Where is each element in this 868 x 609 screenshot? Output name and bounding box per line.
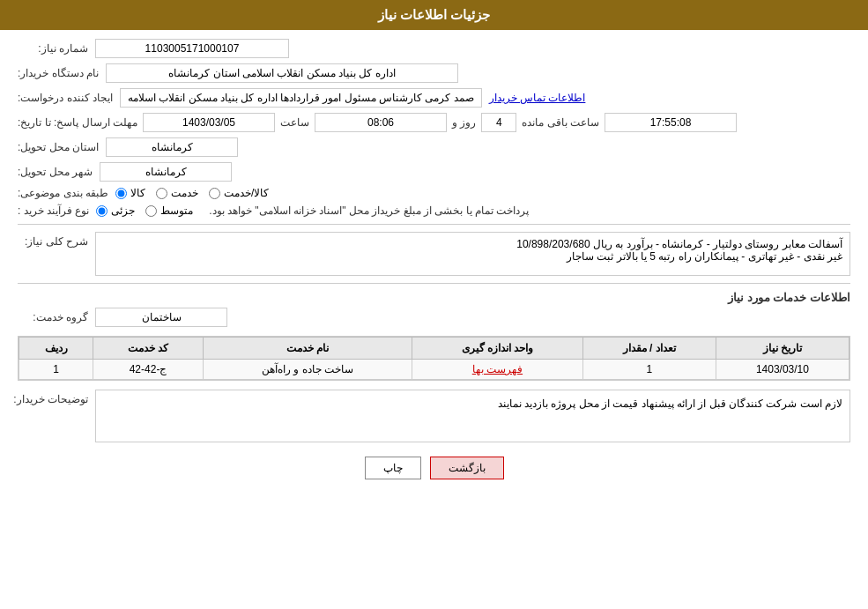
shahr-value: کرمانشاه [100,162,232,182]
category-khedmat[interactable]: خدمت [156,187,198,199]
cell-count: 1 [582,360,716,380]
shomara-niaz-label: شماره نیاز: [18,42,88,55]
cell-unit[interactable]: فهرست بها [412,360,583,380]
process-radio-group: متوسط جزئی [96,204,193,217]
col-name: نام خدمت [203,338,412,360]
remaining-label: ساعت باقی مانده [522,116,599,129]
nam-dastgah-row: اداره کل بنیاد مسکن انقلاب اسلامی استان … [18,63,850,83]
sharh-row: آسفالت معابر روستای دولتیار - کرمانشاه -… [18,232,850,276]
time-value: 08:06 [315,113,447,132]
category-kala-khedmat[interactable]: کالا/خدمت [209,187,269,199]
category-kala[interactable]: کالا [115,187,145,199]
process-jozvi[interactable]: جزئی [96,204,135,217]
col-count: تعداد / مقدار [582,338,716,360]
col-radif: ردیف [19,338,93,360]
farayand-row: پرداخت تمام یا بخشی از مبلغ خریداز محل "… [18,204,850,217]
ostan-value: کرمانشاه [106,137,238,157]
description-label: توضیحات خریدار: [18,393,88,405]
mohlat-label: مهلت ارسال پاسخ: تا تاریخ: [18,116,137,129]
process-jozvi-radio[interactable] [96,205,108,217]
cell-date: 1403/03/10 [716,360,849,380]
category-kala-label: کالا [130,187,145,199]
cell-radif: 1 [19,360,93,380]
remaining-value: 17:55:08 [605,113,737,132]
ijad-konande-value: صمد کرمی کارشناس مسئول امور قراردادها اد… [120,88,482,108]
description-value: لازم است شرکت کنندگان قبل از ارائه پیشنه… [95,390,850,442]
mohlat-row: 17:55:08 ساعت باقی مانده 4 روز و 08:06 س… [18,113,850,132]
services-title: اطلاعات خدمات مورد نیاز [18,291,850,304]
ostan-label: استان محل تحویل: [18,141,99,153]
process-jozvi-label: جزئی [111,204,135,217]
group-label: گروه خدمت: [18,311,88,323]
contact-link[interactable]: اطلاعات تماس خریدار [489,92,586,104]
description-row: لازم است شرکت کنندگان قبل از ارائه پیشنه… [18,390,850,448]
cell-name: ساخت جاده و راه‌آهن [203,360,412,380]
ijad-konande-label: ایجاد کننده درخواست: [18,92,113,104]
nam-dastgah-label: نام دستگاه خریدار: [18,67,99,79]
services-table: تاریخ نیاز تعداد / مقدار واحد اندازه گیر… [19,337,849,380]
print-button[interactable]: چاپ [365,457,421,479]
days-label: روز و [452,116,476,129]
process-note: پرداخت تمام یا بخشی از مبلغ خریداز محل "… [209,204,529,217]
category-khedmat-radio[interactable] [156,188,167,199]
process-motavaset-radio[interactable] [145,205,157,217]
table-header-row: تاریخ نیاز تعداد / مقدار واحد اندازه گیر… [19,338,849,360]
page-header: جزئیات اطلاعات نیاز [0,0,868,30]
date-value: 1403/03/05 [143,113,275,132]
sharh-label: شرح کلی نیاز: [18,235,88,248]
time-label: ساعت [280,116,309,129]
table-row: 1403/03/10 1 فهرست بها ساخت جاده و راه‌آ… [19,360,849,380]
services-table-section: تاریخ نیاز تعداد / مقدار واحد اندازه گیر… [18,336,850,381]
shahr-row: کرمانشاه شهر محل تحویل: [18,162,850,182]
col-unit: واحد اندازه گیری [412,338,583,360]
cell-code: ج-42-42 [93,360,203,380]
shomara-niaz-value: 1103005171000107 [95,39,289,58]
header-title: جزئیات اطلاعات نیاز [378,7,490,22]
back-button[interactable]: بازگشت [430,457,504,479]
farayand-label: نوع فرآیند خرید : [18,204,89,217]
ostan-row: کرمانشاه استان محل تحویل: [18,137,850,157]
shomara-niaz-row: 1103005171000107 شماره نیاز: [18,39,850,58]
category-kala-khedmat-label: کالا/خدمت [224,187,269,199]
col-code: کد خدمت [93,338,203,360]
nam-dastgah-value: اداره کل بنیاد مسکن انقلاب اسلامی استان … [106,63,458,83]
category-kala-khedmat-radio[interactable] [209,188,220,199]
process-motavaset-label: متوسط [160,204,193,217]
category-khedmat-label: خدمت [171,187,198,199]
shahr-label: شهر محل تحویل: [18,166,93,178]
tabaghe-row: کالا/خدمت خدمت کالا طبقه بندی موضوعی: [18,187,850,199]
category-radio-group: کالا/خدمت خدمت کالا [115,187,269,199]
col-date: تاریخ نیاز [716,338,849,360]
group-value: ساختمان [95,308,227,327]
days-value: 4 [481,113,516,132]
group-row: ساختمان گروه خدمت: [18,308,850,327]
process-motavaset[interactable]: متوسط [145,204,193,217]
category-kala-radio[interactable] [115,188,127,199]
ijad-konande-row: اطلاعات تماس خریدار صمد کرمی کارشناس مسئ… [18,88,850,108]
sharh-value: آسفالت معابر روستای دولتیار - کرمانشاه -… [95,232,850,276]
tabaghe-label: طبقه بندی موضوعی: [18,187,108,199]
buttons-row: بازگشت چاپ [18,457,850,479]
